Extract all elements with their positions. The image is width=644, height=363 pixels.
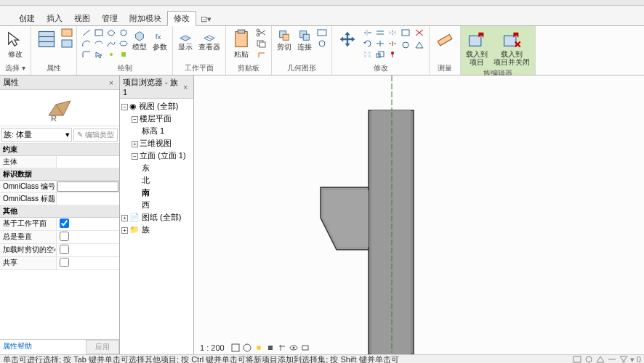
mod-scale[interactable]: [374, 49, 387, 60]
apply-button[interactable]: 应用: [86, 340, 119, 354]
match-button[interactable]: [255, 49, 268, 60]
tab-create[interactable]: 创建: [13, 12, 41, 25]
mod-rotate[interactable]: [361, 38, 374, 49]
mod-align[interactable]: [361, 28, 374, 38]
svg-rect-51: [371, 110, 411, 354]
svg-marker-42: [416, 42, 423, 48]
copy-button[interactable]: [255, 38, 268, 49]
draw-circle[interactable]: [117, 28, 130, 38]
tree-east[interactable]: 东: [142, 162, 192, 174]
svg-point-55: [257, 346, 261, 350]
model-button[interactable]: 模型: [130, 28, 149, 52]
prop-shared-check[interactable]: [60, 258, 69, 267]
prop-host-value[interactable]: [57, 156, 119, 168]
cut-button[interactable]: [255, 28, 268, 38]
geom-join[interactable]: 连接: [295, 28, 314, 52]
set-workplane[interactable]: 显示: [176, 28, 195, 52]
family-type-select[interactable]: 族: 体量▾: [1, 128, 72, 142]
move-tool[interactable]: [335, 28, 360, 52]
prop-omni-title-value[interactable]: [57, 193, 119, 205]
tree-level1[interactable]: 标高 1: [142, 125, 192, 137]
measure-button[interactable]: [432, 28, 457, 52]
draw-fillet[interactable]: [80, 49, 93, 60]
geom-cut[interactable]: 剪切: [275, 28, 294, 52]
reveal-icon[interactable]: [300, 343, 310, 353]
modify-tool[interactable]: 修改: [3, 28, 28, 60]
close-icon[interactable]: ×: [106, 78, 116, 87]
prop-vertical-check[interactable]: [60, 232, 69, 241]
svg-rect-11: [121, 52, 126, 57]
draw-poly[interactable]: [105, 28, 118, 38]
draw-line[interactable]: [80, 28, 93, 38]
draw-spline[interactable]: [105, 38, 118, 49]
sb-icon-3[interactable]: [595, 355, 605, 363]
geom-a[interactable]: [315, 28, 329, 38]
type-props-button[interactable]: [60, 38, 73, 49]
tree-views[interactable]: −◉ 视图 (全部): [121, 100, 192, 113]
sb-icon-1[interactable]: [572, 355, 582, 363]
draw-pick[interactable]: [92, 49, 105, 60]
tree-elev[interactable]: −立面 (立面 1): [132, 150, 192, 162]
draw-ellipse[interactable]: [117, 38, 130, 49]
family-types-button[interactable]: [60, 28, 73, 38]
mod-array[interactable]: [361, 49, 374, 60]
draw-tool-b[interactable]: [117, 49, 130, 60]
sun-path-icon[interactable]: [254, 343, 264, 353]
geom-b[interactable]: [315, 38, 329, 49]
svg-rect-14: [236, 32, 247, 47]
project-browser-panel: 项目浏览器 - 族1× −◉ 视图 (全部) −楼层平面 标高 1 +三维视图 …: [120, 76, 194, 354]
mod-offset[interactable]: [374, 28, 387, 38]
show-workplane[interactable]: 查看器: [196, 28, 222, 52]
detail-level-icon[interactable]: [230, 343, 241, 353]
draw-rect[interactable]: [92, 28, 105, 38]
tree-floorplans[interactable]: −楼层平面: [132, 113, 192, 125]
tab-manage[interactable]: 管理: [96, 12, 124, 25]
sb-icon-2[interactable]: [584, 355, 594, 363]
param-button[interactable]: fx 参数: [150, 28, 169, 52]
draw-tool-a[interactable]: [105, 49, 118, 60]
scale-label[interactable]: 1 : 200: [200, 343, 225, 352]
svg-rect-40: [402, 30, 409, 36]
properties-help-link[interactable]: 属性帮助: [0, 340, 86, 354]
mod-x1[interactable]: [399, 28, 412, 38]
visual-style-icon[interactable]: [242, 343, 252, 353]
draw-arc[interactable]: [80, 38, 93, 49]
tab-insert[interactable]: 插入: [41, 12, 68, 25]
paste-button[interactable]: 粘贴: [229, 28, 254, 60]
shadows-icon[interactable]: [265, 343, 275, 353]
mod-pin[interactable]: [386, 49, 399, 60]
tree-north[interactable]: 北: [142, 174, 192, 187]
tree-sheets[interactable]: +📄 图纸 (全部): [121, 211, 192, 224]
sb-icon-4[interactable]: [607, 355, 617, 363]
load-into-project[interactable]: 载入到 项目: [464, 28, 490, 68]
mod-x4[interactable]: [413, 40, 426, 50]
mod-split[interactable]: [386, 38, 399, 49]
mod-x2[interactable]: [413, 28, 426, 38]
drawing-canvas[interactable]: 1 : 200: [194, 76, 644, 354]
tab-modify[interactable]: 修改: [167, 11, 196, 26]
load-close[interactable]: 载入到 项目并关闭: [491, 28, 532, 68]
hide-icon[interactable]: [289, 343, 299, 353]
crop-icon[interactable]: [277, 343, 287, 353]
tree-families[interactable]: +📁 族: [121, 224, 192, 236]
tab-extra[interactable]: ⊡▾: [196, 13, 216, 25]
tree-3d[interactable]: +三维视图: [132, 137, 192, 150]
sb-filter-icon[interactable]: [619, 355, 629, 363]
tree-south[interactable]: 南: [142, 187, 192, 199]
mod-mirror[interactable]: [386, 28, 399, 38]
prop-workplane-check[interactable]: [60, 219, 69, 228]
prop-cutvoid-check[interactable]: [60, 245, 69, 254]
mod-trim[interactable]: [374, 38, 387, 49]
edit-type-button[interactable]: ✎ 编辑类型: [73, 129, 118, 142]
svg-rect-43: [438, 34, 452, 45]
properties-button[interactable]: [34, 28, 59, 52]
svg-rect-35: [369, 55, 371, 57]
prop-omni-num-value[interactable]: [57, 182, 118, 192]
tab-view[interactable]: 视图: [68, 12, 96, 25]
close-icon[interactable]: ×: [180, 83, 190, 91]
properties-panel: 属性× R 族: 体量▾ ✎ 编辑类型 约束 主体 标识数据 OmniClass…: [0, 76, 120, 354]
tree-west[interactable]: 西: [142, 199, 192, 211]
tab-addins[interactable]: 附加模块: [124, 12, 167, 25]
mod-x3[interactable]: [399, 40, 412, 50]
draw-arc2[interactable]: [92, 38, 105, 49]
